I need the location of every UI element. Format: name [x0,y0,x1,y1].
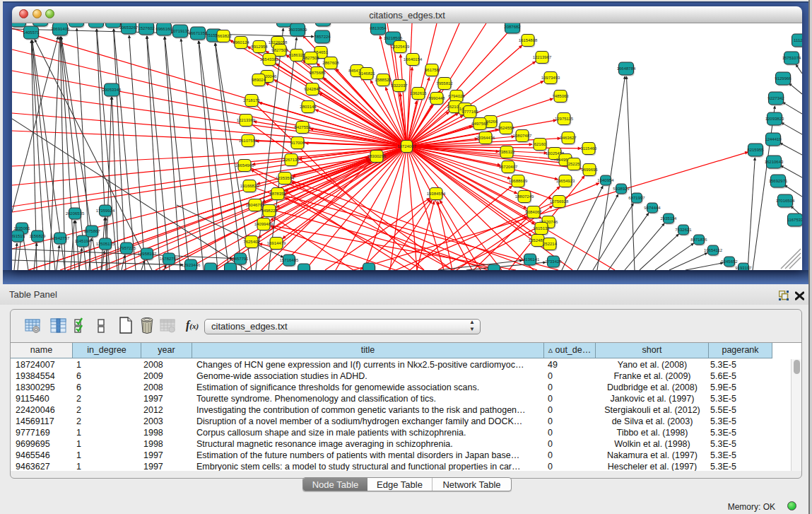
svg-text:15751074: 15751074 [782,56,801,60]
svg-text:989024: 989024 [252,78,266,82]
svg-text:1405571: 1405571 [23,30,40,35]
svg-text:9227342: 9227342 [767,96,784,100]
svg-text:16648784: 16648784 [617,66,636,71]
svg-text:16671355: 16671355 [189,31,208,35]
svg-text:10807487: 10807487 [513,134,532,138]
svg-text:20364436: 20364436 [476,136,495,140]
svg-text:10756928: 10756928 [550,199,569,204]
svg-text:8215955: 8215955 [747,148,764,152]
svg-text:18724007: 18724007 [397,144,416,148]
svg-text:16046798: 16046798 [246,203,265,207]
svg-text:2087682: 2087682 [504,25,521,29]
svg-text:12213967: 12213967 [533,55,552,59]
svg-text:16782759: 16782759 [160,257,179,261]
svg-text:9457791: 9457791 [232,257,249,261]
svg-text:2718170: 2718170 [243,98,260,103]
svg-text:9777169: 9777169 [461,110,478,114]
svg-text:9699695: 9699695 [581,168,598,172]
svg-text:19218506: 19218506 [384,36,403,40]
svg-text:12213369: 12213369 [237,118,256,122]
svg-text:17957225: 17957225 [117,246,136,250]
svg-text:8990448: 8990448 [428,96,445,100]
svg-text:9463627: 9463627 [560,136,577,140]
svg-text:1244419: 1244419 [765,137,782,141]
svg-text:9146821: 9146821 [358,71,375,76]
svg-text:10719135: 10719135 [171,29,190,33]
svg-text:1145194: 1145194 [75,239,92,243]
svg-text:391519: 391519 [12,234,25,238]
svg-text:12923446: 12923446 [182,263,201,267]
svg-text:1733426: 1733426 [545,259,562,264]
svg-text:19384554: 19384554 [427,192,446,196]
svg-text:12505135: 12505135 [96,242,115,246]
svg-text:8960124: 8960124 [233,40,249,45]
svg-text:7955812: 7955812 [436,81,453,86]
svg-text:12093823: 12093823 [765,117,784,121]
svg-text:252214: 252214 [543,242,558,246]
svg-text:20206535: 20206535 [66,211,85,216]
svg-text:16914479: 16914479 [267,241,286,245]
svg-text:5498222: 5498222 [261,209,278,213]
svg-text:11123: 11123 [794,38,802,42]
svg-text:10654112: 10654112 [704,248,723,252]
svg-text:1362615: 1362615 [410,91,427,95]
svg-text:5938923: 5938923 [613,187,630,191]
svg-text:9115460: 9115460 [581,146,598,151]
svg-text:9084067: 9084067 [525,210,542,214]
svg-text:16640154: 16640154 [404,57,423,62]
svg-text:2867608: 2867608 [322,61,339,65]
svg-text:1156829: 1156829 [30,234,47,238]
svg-text:9827503: 9827503 [271,48,288,52]
svg-text:16033809: 16033809 [288,28,307,32]
svg-text:25225: 25225 [568,162,580,166]
svg-text:6794028: 6794028 [448,94,465,98]
svg-text:10653267: 10653267 [119,25,139,30]
svg-text:18300295: 18300295 [367,154,387,158]
svg-text:20053346: 20053346 [102,88,122,92]
svg-text:17016504: 17016504 [776,199,795,203]
svg-text:3624554: 3624554 [498,126,514,130]
svg-text:62160: 62160 [534,142,546,146]
svg-text:9193197: 9193197 [735,266,752,270]
svg-text:2935114: 2935114 [661,216,678,221]
svg-text:3267130: 3267130 [283,158,300,162]
svg-text:14136141: 14136141 [521,257,540,262]
svg-text:7857224: 7857224 [314,35,331,39]
svg-text:7663822: 7663822 [215,34,232,38]
svg-text:3875685: 3875685 [309,71,326,75]
svg-text:9827508: 9827508 [302,56,319,60]
svg-text:15720407: 15720407 [499,165,518,169]
svg-text:6497568: 6497568 [471,122,488,126]
svg-text:8912954: 8912954 [251,45,268,49]
svg-text:10958107: 10958107 [138,252,157,256]
svg-text:8471876: 8471876 [690,238,707,242]
svg-text:15716485: 15716485 [280,258,299,262]
svg-text:15692971: 15692971 [769,179,788,183]
svg-text:14099489: 14099489 [254,222,273,226]
svg-text:9975867: 9975867 [83,229,100,233]
svg-text:7386322: 7386322 [498,150,515,154]
svg-text:12942757: 12942757 [51,236,70,240]
svg-text:5322037: 5322037 [391,83,408,88]
svg-text:19166829: 19166829 [240,184,259,188]
svg-text:2803144: 2803144 [300,105,317,109]
svg-text:12975115: 12975115 [555,117,574,121]
svg-text:1588520: 1588520 [375,78,392,82]
svg-text:9474444: 9474444 [644,206,661,210]
svg-text:7485063: 7485063 [552,94,569,98]
svg-text:1527602: 1527602 [138,26,155,30]
svg-text:961758: 961758 [425,68,440,72]
svg-text:20691406: 20691406 [51,27,70,31]
svg-text:917006: 917006 [290,141,305,145]
svg-text:9242848: 9242848 [304,87,321,91]
svg-text:10973493: 10973493 [541,76,560,80]
svg-text:17359924: 17359924 [96,209,115,213]
svg-text:16543382: 16543382 [260,57,279,62]
svg-text:10688609: 10688609 [509,179,528,183]
svg-text:9129966: 9129966 [775,76,792,81]
svg-text:16654966: 16654966 [235,163,254,168]
svg-text:16210643: 16210643 [765,160,784,164]
svg-text:13325419: 13325419 [391,45,410,49]
svg-text:8427552: 8427552 [294,125,311,129]
svg-text:1167533: 1167533 [787,218,802,222]
